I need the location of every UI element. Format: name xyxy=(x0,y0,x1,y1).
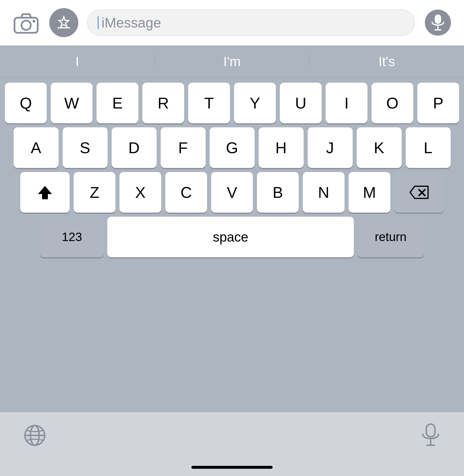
key-row-3: Z X C V B N M xyxy=(3,172,461,213)
key-row-4: 123 space return xyxy=(3,217,461,257)
key-w[interactable]: W xyxy=(51,83,93,123)
keyboard-area: Q W E R T Y U I O P A S D F G H J K L Z … xyxy=(0,77,464,412)
key-d[interactable]: D xyxy=(112,127,157,168)
key-z[interactable]: Z xyxy=(74,172,115,213)
key-s[interactable]: S xyxy=(63,127,108,168)
key-b[interactable]: B xyxy=(257,172,299,213)
imessage-input[interactable]: iMessage xyxy=(87,10,415,36)
home-indicator xyxy=(191,466,273,469)
key-a[interactable]: A xyxy=(14,127,59,168)
shift-key[interactable] xyxy=(20,172,70,213)
svg-rect-3 xyxy=(435,15,441,24)
key-o[interactable]: O xyxy=(371,83,413,123)
svg-rect-11 xyxy=(426,424,435,437)
numbers-key[interactable]: 123 xyxy=(40,217,104,257)
system-bar xyxy=(0,412,464,459)
home-indicator-wrap xyxy=(0,459,464,476)
key-m[interactable]: M xyxy=(349,172,390,213)
key-row-1: Q W E R T Y U I O P xyxy=(3,83,461,123)
predictive-bar: I I'm It's xyxy=(0,46,464,77)
key-c[interactable]: C xyxy=(165,172,207,213)
key-j[interactable]: J xyxy=(308,127,353,168)
key-t[interactable]: T xyxy=(188,83,230,123)
key-x[interactable]: X xyxy=(119,172,161,213)
key-r[interactable]: R xyxy=(142,83,184,123)
key-q[interactable]: Q xyxy=(5,83,47,123)
key-h[interactable]: H xyxy=(259,127,304,168)
space-key[interactable]: space xyxy=(107,217,354,257)
text-cursor xyxy=(98,16,99,29)
camera-button[interactable] xyxy=(12,8,41,37)
key-k[interactable]: K xyxy=(357,127,402,168)
toolbar: iMessage xyxy=(0,0,464,46)
appstore-button[interactable] xyxy=(49,8,78,37)
delete-key[interactable] xyxy=(394,172,444,213)
return-key[interactable]: return xyxy=(357,217,424,257)
key-p[interactable]: P xyxy=(417,83,459,123)
key-i[interactable]: I xyxy=(326,83,367,123)
key-e[interactable]: E xyxy=(97,83,138,123)
key-f[interactable]: F xyxy=(161,127,206,168)
predictive-item-2[interactable]: It's xyxy=(309,46,464,77)
svg-point-2 xyxy=(32,20,35,23)
predictive-item-1[interactable]: I'm xyxy=(155,46,309,77)
globe-button[interactable] xyxy=(23,424,46,447)
svg-point-1 xyxy=(21,21,31,30)
key-u[interactable]: U xyxy=(280,83,322,123)
microphone-button[interactable] xyxy=(423,8,452,37)
key-row-2: A S D F G H J K L xyxy=(3,127,461,168)
key-l[interactable]: L xyxy=(406,127,451,168)
key-g[interactable]: G xyxy=(210,127,255,168)
key-n[interactable]: N xyxy=(303,172,345,213)
key-v[interactable]: V xyxy=(211,172,253,213)
system-mic-button[interactable] xyxy=(420,423,441,448)
imessage-placeholder: iMessage xyxy=(102,15,161,31)
predictive-item-0[interactable]: I xyxy=(0,46,155,77)
key-y[interactable]: Y xyxy=(234,83,276,123)
